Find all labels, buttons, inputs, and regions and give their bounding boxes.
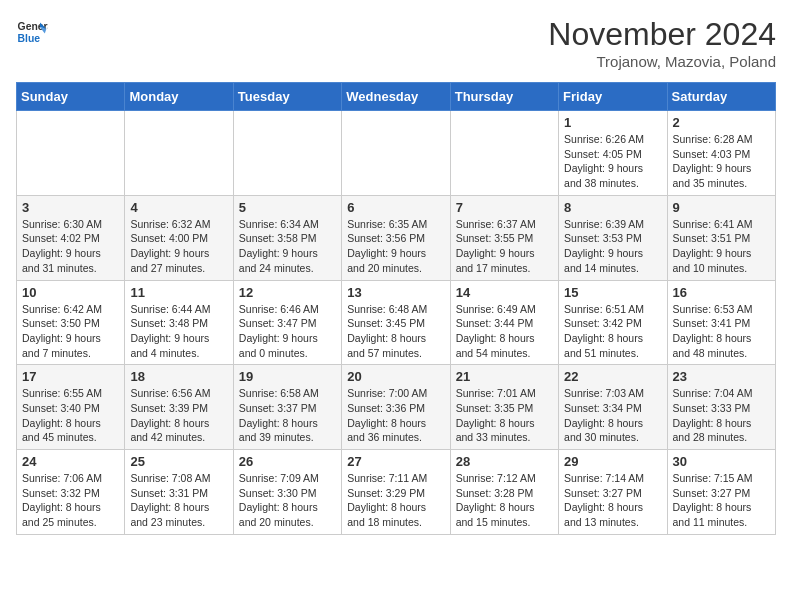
calendar-cell: 22Sunrise: 7:03 AM Sunset: 3:34 PM Dayli…: [559, 365, 667, 450]
day-header-thursday: Thursday: [450, 83, 558, 111]
day-header-friday: Friday: [559, 83, 667, 111]
title-block: November 2024 Trojanow, Mazovia, Poland: [548, 16, 776, 70]
calendar-cell: [342, 111, 450, 196]
calendar-cell: 26Sunrise: 7:09 AM Sunset: 3:30 PM Dayli…: [233, 450, 341, 535]
day-info: Sunrise: 6:35 AM Sunset: 3:56 PM Dayligh…: [347, 217, 444, 276]
day-info: Sunrise: 7:08 AM Sunset: 3:31 PM Dayligh…: [130, 471, 227, 530]
day-info: Sunrise: 7:00 AM Sunset: 3:36 PM Dayligh…: [347, 386, 444, 445]
day-number: 20: [347, 369, 444, 384]
day-info: Sunrise: 6:58 AM Sunset: 3:37 PM Dayligh…: [239, 386, 336, 445]
day-number: 2: [673, 115, 770, 130]
calendar-cell: 2Sunrise: 6:28 AM Sunset: 4:03 PM Daylig…: [667, 111, 775, 196]
day-header-tuesday: Tuesday: [233, 83, 341, 111]
day-number: 24: [22, 454, 119, 469]
calendar-cell: 6Sunrise: 6:35 AM Sunset: 3:56 PM Daylig…: [342, 195, 450, 280]
day-info: Sunrise: 6:46 AM Sunset: 3:47 PM Dayligh…: [239, 302, 336, 361]
day-number: 8: [564, 200, 661, 215]
calendar-cell: 24Sunrise: 7:06 AM Sunset: 3:32 PM Dayli…: [17, 450, 125, 535]
calendar-cell: 29Sunrise: 7:14 AM Sunset: 3:27 PM Dayli…: [559, 450, 667, 535]
day-info: Sunrise: 6:30 AM Sunset: 4:02 PM Dayligh…: [22, 217, 119, 276]
calendar-cell: 16Sunrise: 6:53 AM Sunset: 3:41 PM Dayli…: [667, 280, 775, 365]
day-number: 21: [456, 369, 553, 384]
calendar-week-2: 3Sunrise: 6:30 AM Sunset: 4:02 PM Daylig…: [17, 195, 776, 280]
day-info: Sunrise: 6:53 AM Sunset: 3:41 PM Dayligh…: [673, 302, 770, 361]
day-info: Sunrise: 7:09 AM Sunset: 3:30 PM Dayligh…: [239, 471, 336, 530]
day-number: 7: [456, 200, 553, 215]
calendar-cell: 9Sunrise: 6:41 AM Sunset: 3:51 PM Daylig…: [667, 195, 775, 280]
calendar-week-4: 17Sunrise: 6:55 AM Sunset: 3:40 PM Dayli…: [17, 365, 776, 450]
calendar-header-row: SundayMondayTuesdayWednesdayThursdayFrid…: [17, 83, 776, 111]
location-subtitle: Trojanow, Mazovia, Poland: [548, 53, 776, 70]
day-info: Sunrise: 6:28 AM Sunset: 4:03 PM Dayligh…: [673, 132, 770, 191]
day-info: Sunrise: 6:32 AM Sunset: 4:00 PM Dayligh…: [130, 217, 227, 276]
day-info: Sunrise: 7:01 AM Sunset: 3:35 PM Dayligh…: [456, 386, 553, 445]
calendar-week-3: 10Sunrise: 6:42 AM Sunset: 3:50 PM Dayli…: [17, 280, 776, 365]
day-number: 12: [239, 285, 336, 300]
day-info: Sunrise: 7:12 AM Sunset: 3:28 PM Dayligh…: [456, 471, 553, 530]
day-number: 27: [347, 454, 444, 469]
day-number: 17: [22, 369, 119, 384]
calendar-cell: 17Sunrise: 6:55 AM Sunset: 3:40 PM Dayli…: [17, 365, 125, 450]
month-title: November 2024: [548, 16, 776, 53]
calendar-cell: 28Sunrise: 7:12 AM Sunset: 3:28 PM Dayli…: [450, 450, 558, 535]
day-info: Sunrise: 7:11 AM Sunset: 3:29 PM Dayligh…: [347, 471, 444, 530]
day-info: Sunrise: 6:55 AM Sunset: 3:40 PM Dayligh…: [22, 386, 119, 445]
calendar-cell: [450, 111, 558, 196]
day-number: 3: [22, 200, 119, 215]
calendar-cell: 4Sunrise: 6:32 AM Sunset: 4:00 PM Daylig…: [125, 195, 233, 280]
day-number: 5: [239, 200, 336, 215]
day-info: Sunrise: 6:34 AM Sunset: 3:58 PM Dayligh…: [239, 217, 336, 276]
day-header-sunday: Sunday: [17, 83, 125, 111]
day-number: 28: [456, 454, 553, 469]
day-number: 15: [564, 285, 661, 300]
calendar-cell: 21Sunrise: 7:01 AM Sunset: 3:35 PM Dayli…: [450, 365, 558, 450]
day-info: Sunrise: 7:06 AM Sunset: 3:32 PM Dayligh…: [22, 471, 119, 530]
day-number: 19: [239, 369, 336, 384]
calendar-cell: 3Sunrise: 6:30 AM Sunset: 4:02 PM Daylig…: [17, 195, 125, 280]
day-info: Sunrise: 7:04 AM Sunset: 3:33 PM Dayligh…: [673, 386, 770, 445]
day-header-wednesday: Wednesday: [342, 83, 450, 111]
day-number: 16: [673, 285, 770, 300]
day-info: Sunrise: 6:51 AM Sunset: 3:42 PM Dayligh…: [564, 302, 661, 361]
day-info: Sunrise: 6:26 AM Sunset: 4:05 PM Dayligh…: [564, 132, 661, 191]
day-number: 1: [564, 115, 661, 130]
calendar-cell: 20Sunrise: 7:00 AM Sunset: 3:36 PM Dayli…: [342, 365, 450, 450]
calendar-cell: 13Sunrise: 6:48 AM Sunset: 3:45 PM Dayli…: [342, 280, 450, 365]
day-header-saturday: Saturday: [667, 83, 775, 111]
day-info: Sunrise: 6:49 AM Sunset: 3:44 PM Dayligh…: [456, 302, 553, 361]
calendar-cell: 10Sunrise: 6:42 AM Sunset: 3:50 PM Dayli…: [17, 280, 125, 365]
day-info: Sunrise: 7:03 AM Sunset: 3:34 PM Dayligh…: [564, 386, 661, 445]
svg-text:Blue: Blue: [18, 33, 41, 44]
day-info: Sunrise: 6:37 AM Sunset: 3:55 PM Dayligh…: [456, 217, 553, 276]
calendar-cell: [125, 111, 233, 196]
day-number: 11: [130, 285, 227, 300]
day-number: 23: [673, 369, 770, 384]
calendar-week-1: 1Sunrise: 6:26 AM Sunset: 4:05 PM Daylig…: [17, 111, 776, 196]
day-number: 22: [564, 369, 661, 384]
day-info: Sunrise: 6:56 AM Sunset: 3:39 PM Dayligh…: [130, 386, 227, 445]
day-number: 25: [130, 454, 227, 469]
day-number: 18: [130, 369, 227, 384]
calendar-cell: [233, 111, 341, 196]
calendar-cell: 27Sunrise: 7:11 AM Sunset: 3:29 PM Dayli…: [342, 450, 450, 535]
day-number: 13: [347, 285, 444, 300]
calendar-cell: 1Sunrise: 6:26 AM Sunset: 4:05 PM Daylig…: [559, 111, 667, 196]
page-header: General Blue General Blue November 2024 …: [16, 16, 776, 70]
day-number: 14: [456, 285, 553, 300]
calendar-cell: 18Sunrise: 6:56 AM Sunset: 3:39 PM Dayli…: [125, 365, 233, 450]
calendar-cell: 5Sunrise: 6:34 AM Sunset: 3:58 PM Daylig…: [233, 195, 341, 280]
logo: General Blue General Blue: [16, 16, 48, 48]
day-info: Sunrise: 6:44 AM Sunset: 3:48 PM Dayligh…: [130, 302, 227, 361]
day-header-monday: Monday: [125, 83, 233, 111]
day-number: 9: [673, 200, 770, 215]
day-number: 10: [22, 285, 119, 300]
day-number: 29: [564, 454, 661, 469]
day-number: 30: [673, 454, 770, 469]
calendar-cell: 12Sunrise: 6:46 AM Sunset: 3:47 PM Dayli…: [233, 280, 341, 365]
calendar-cell: 8Sunrise: 6:39 AM Sunset: 3:53 PM Daylig…: [559, 195, 667, 280]
day-info: Sunrise: 7:15 AM Sunset: 3:27 PM Dayligh…: [673, 471, 770, 530]
day-info: Sunrise: 7:14 AM Sunset: 3:27 PM Dayligh…: [564, 471, 661, 530]
logo-icon: General Blue: [16, 16, 48, 48]
day-info: Sunrise: 6:48 AM Sunset: 3:45 PM Dayligh…: [347, 302, 444, 361]
day-number: 6: [347, 200, 444, 215]
